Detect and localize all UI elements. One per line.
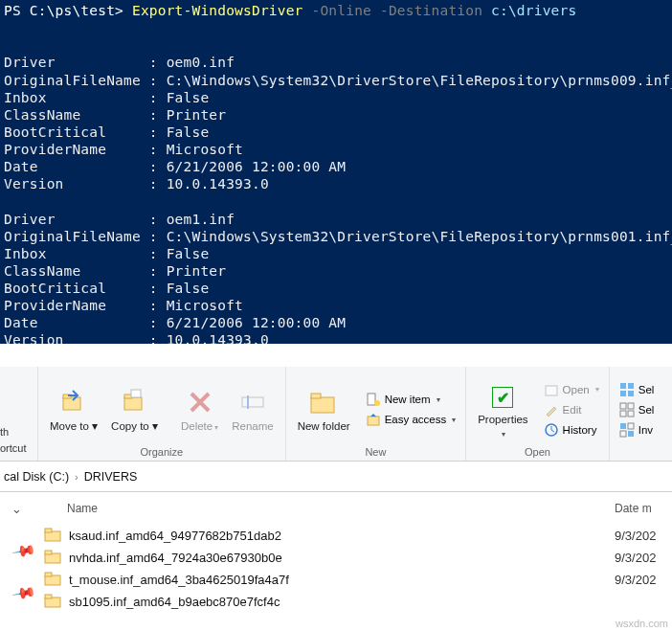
delete-button[interactable]: Delete▾ <box>175 382 224 433</box>
svg-rect-2 <box>124 397 142 410</box>
svg-rect-5 <box>242 397 263 407</box>
history-icon <box>544 422 559 438</box>
ribbon-group-open: ✔ Properties▾ Open▾ Edit History Ope <box>466 367 610 461</box>
pin-icon[interactable]: 📌 <box>7 538 44 575</box>
new-item-button[interactable]: New item▾ <box>362 390 460 409</box>
watermark: wsxdn.com <box>616 618 668 629</box>
file-name: sb1095.inf_amd64_b9aebc870e7fcf4c <box>69 595 615 609</box>
new-folder-button[interactable]: New folder <box>292 382 356 433</box>
select-none-button[interactable]: Sel <box>616 400 659 419</box>
invert-selection-icon <box>619 422 635 438</box>
svg-rect-17 <box>628 391 634 396</box>
edit-button[interactable]: Edit <box>540 400 603 419</box>
svg-rect-33 <box>45 595 52 598</box>
copy-to-button[interactable]: Copy to ▾ <box>105 382 164 433</box>
svg-point-10 <box>374 400 380 406</box>
svg-rect-15 <box>628 383 634 389</box>
delete-icon <box>188 390 213 415</box>
ps-param-online: -Online <box>312 3 372 18</box>
svg-rect-0 <box>63 397 80 410</box>
easy-access-icon <box>366 412 381 427</box>
column-name[interactable]: Name <box>67 502 615 515</box>
history-button[interactable]: History <box>540 420 603 439</box>
breadcrumb-disk[interactable]: cal Disk (C:) <box>4 470 69 484</box>
select-none-icon <box>619 402 635 417</box>
new-folder-icon <box>308 388 339 417</box>
svg-rect-11 <box>368 417 379 425</box>
list-item[interactable]: ksaud.inf_amd64_94977682b751dab29/3/202 <box>40 525 672 547</box>
file-date: 9/3/202 <box>615 573 672 587</box>
svg-rect-9 <box>368 394 375 405</box>
new-item-icon <box>366 392 381 407</box>
easy-access-button[interactable]: Easy access▾ <box>362 410 460 429</box>
invert-selection-button[interactable]: Inv <box>616 420 659 439</box>
open-icon <box>544 382 559 397</box>
chevron-down-icon[interactable]: ⌄ <box>11 502 40 527</box>
svg-rect-21 <box>628 411 634 417</box>
svg-rect-31 <box>45 573 52 576</box>
move-to-icon <box>60 388 87 417</box>
select-all-icon <box>619 382 635 397</box>
edit-icon <box>544 402 559 417</box>
column-date[interactable]: Date m <box>615 502 672 515</box>
open-button[interactable]: Open▾ <box>540 380 603 399</box>
list-header[interactable]: Name Date m <box>40 492 672 525</box>
ribbon-label-new: New <box>292 444 460 461</box>
rename-button[interactable]: Rename <box>226 382 279 433</box>
folder-icon <box>44 527 61 545</box>
ps-prompt: PS C:\ps\test> <box>4 3 132 18</box>
powershell-window: PS C:\ps\test> Export-WindowsDriver -Onl… <box>0 0 672 344</box>
file-date: 9/3/202 <box>615 529 672 543</box>
ribbon-left-fragment: th ortcut <box>0 367 38 461</box>
folder-icon <box>44 549 61 567</box>
ribbon-group-organize: Move to ▾ Copy to ▾ Delete▾ Rename <box>38 367 286 461</box>
svg-rect-24 <box>620 431 626 437</box>
svg-rect-18 <box>620 403 626 409</box>
ps-arg-path: c:\drivers <box>491 3 576 18</box>
rename-icon <box>240 390 265 415</box>
ps-output-block: Driver : oem1.inf OriginalFileName : C:\… <box>4 212 672 345</box>
svg-rect-16 <box>620 391 626 396</box>
folder-icon <box>44 593 61 611</box>
pin-column: ⌄ 📌 📌 <box>0 492 40 613</box>
ribbon-group-new: New folder New item▾ Easy access▾ New <box>286 367 467 461</box>
list-item[interactable]: sb1095.inf_amd64_b9aebc870e7fcf4c <box>40 591 672 613</box>
svg-rect-4 <box>131 390 141 397</box>
svg-rect-23 <box>628 423 634 429</box>
properties-icon: ✔ <box>492 387 513 408</box>
file-name: nvhda.inf_amd64_7924a30e67930b0e <box>69 551 615 565</box>
file-name: ksaud.inf_amd64_94977682b751dab2 <box>69 529 615 543</box>
breadcrumb-separator-icon: › <box>75 471 78 483</box>
move-to-button[interactable]: Move to ▾ <box>44 382 103 433</box>
file-name: t_mouse.inf_amd64_3ba4625019fa4a7f <box>69 573 615 587</box>
list-item[interactable]: nvhda.inf_amd64_7924a30e67930b0e9/3/202 <box>40 547 672 569</box>
svg-rect-25 <box>628 431 634 437</box>
ribbon-label-open: Open <box>472 444 603 461</box>
svg-rect-19 <box>628 403 634 409</box>
ps-param-destination: -Destination <box>380 3 482 18</box>
ribbon-label-organize: Organize <box>44 444 280 461</box>
select-all-button[interactable]: Sel <box>616 380 659 399</box>
properties-button[interactable]: ✔ Properties▾ <box>472 375 533 439</box>
ps-output-block: Driver : oem0.inf OriginalFileName : C:\… <box>4 55 672 192</box>
svg-rect-29 <box>45 551 52 554</box>
file-listing: ⌄ 📌 📌 Name Date m ksaud.inf_amd64_949776… <box>0 492 672 613</box>
folder-icon <box>44 571 61 589</box>
breadcrumb[interactable]: cal Disk (C:) › DRIVERS <box>0 462 672 492</box>
pin-icon[interactable]: 📌 <box>7 580 44 618</box>
ps-command: Export-WindowsDriver <box>132 3 303 18</box>
svg-rect-20 <box>620 411 626 417</box>
copy-to-icon <box>122 388 148 417</box>
svg-rect-27 <box>45 529 52 532</box>
svg-rect-7 <box>311 397 334 413</box>
svg-rect-22 <box>620 423 626 429</box>
list-item[interactable]: t_mouse.inf_amd64_3ba4625019fa4a7f9/3/20… <box>40 569 672 591</box>
file-date: 9/3/202 <box>615 551 672 565</box>
explorer-ribbon: th ortcut Move to ▾ Copy to ▾ <box>0 367 672 462</box>
svg-rect-14 <box>620 383 626 389</box>
ribbon-group-select: Sel Sel Inv <box>610 367 664 461</box>
svg-rect-12 <box>546 386 557 395</box>
breadcrumb-folder[interactable]: DRIVERS <box>84 470 138 484</box>
svg-rect-8 <box>311 394 321 398</box>
